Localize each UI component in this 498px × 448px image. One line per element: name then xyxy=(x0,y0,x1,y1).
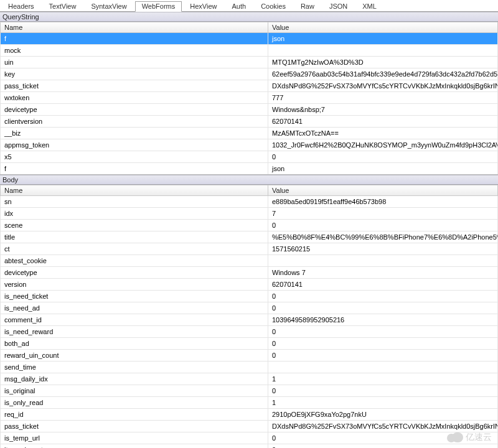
table-row[interactable]: clientversion62070141 xyxy=(1,116,498,128)
cell-name[interactable]: comment_id xyxy=(1,314,268,326)
cell-name[interactable]: version xyxy=(1,279,268,291)
cell-name[interactable]: uin xyxy=(1,57,268,68)
table-row[interactable]: comment_id1039649589952905216 xyxy=(1,314,498,326)
cell-value[interactable]: 777 xyxy=(268,92,498,104)
table-row[interactable]: is_original0 xyxy=(1,385,498,397)
table-row[interactable]: key62eef59a2976aab03c54b31af94bfc339e9ed… xyxy=(1,68,498,80)
table-row[interactable]: __bizMzA5MTcxOTczNA== xyxy=(1,128,498,139)
table-row[interactable]: is_temp_url0 xyxy=(1,432,498,444)
cell-name[interactable]: req_id xyxy=(1,409,268,421)
cell-name[interactable]: is_need_reward xyxy=(1,326,268,338)
cell-name[interactable]: devicetype xyxy=(1,267,268,279)
table-row[interactable]: abtest_cookie xyxy=(1,255,498,267)
tab-xml[interactable]: XML xyxy=(355,1,383,11)
cell-name[interactable]: is_only_read xyxy=(1,397,268,409)
tab-headers[interactable]: Headers xyxy=(1,1,41,11)
body-col-value[interactable]: Value xyxy=(268,185,498,196)
cell-value[interactable]: DXdsNPd8G%252FvSX73oMVYfCs5cYRTCvVKbKJzM… xyxy=(268,421,498,432)
cell-name[interactable]: ct xyxy=(1,243,268,255)
cell-name[interactable]: send_time xyxy=(1,362,268,373)
tab-textview[interactable]: TextView xyxy=(42,1,83,11)
cell-name[interactable]: is_original xyxy=(1,385,268,397)
cell-value[interactable]: e889ba5ed0919f5f1eaff9e46b573b98 xyxy=(268,196,498,208)
table-row[interactable]: pass_ticketDXdsNPd8G%252FvSX73oMVYfCs5cY… xyxy=(1,421,498,432)
table-row[interactable]: devicetypeWindows&nbsp;7 xyxy=(1,104,498,116)
cell-value[interactable]: 0 xyxy=(268,151,498,163)
table-row[interactable]: is_only_read1 xyxy=(1,397,498,409)
cell-value[interactable]: 0 xyxy=(268,338,498,350)
cell-name[interactable]: f xyxy=(1,163,268,175)
tab-webforms[interactable]: WebForms xyxy=(135,1,182,12)
cell-name[interactable]: key xyxy=(1,68,268,80)
cell-name[interactable]: devicetype xyxy=(1,104,268,116)
cell-value[interactable]: 1032_Jr0Fwcf6H2%2B0QZHuNK8OSYMOP_m3yynW0… xyxy=(268,139,498,151)
table-row[interactable]: is_need_reward0 xyxy=(1,326,498,338)
tab-json[interactable]: JSON xyxy=(322,1,354,11)
cell-name[interactable]: is_need_ticket xyxy=(1,291,268,302)
table-row[interactable]: is_need_ticket0 xyxy=(1,291,498,302)
cell-name[interactable]: pass_ticket xyxy=(1,80,268,92)
table-row[interactable]: uinMTQ1MTg2NzIwOA%3D%3D xyxy=(1,57,498,68)
cell-value[interactable]: MzA5MTcxOTczNA== xyxy=(268,128,498,139)
cell-name[interactable]: both_ad xyxy=(1,338,268,350)
table-row[interactable]: fjson xyxy=(1,33,498,45)
cell-value[interactable]: 1 xyxy=(268,397,498,409)
table-row[interactable]: item_show_type0 xyxy=(1,444,498,449)
table-row[interactable]: sne889ba5ed0919f5f1eaff9e46b573b98 xyxy=(1,196,498,208)
table-row[interactable]: req_id2910pOE9jXFG9xaYo2pg7nkU xyxy=(1,409,498,421)
cell-name[interactable]: appmsg_token xyxy=(1,139,268,151)
cell-name[interactable]: mock xyxy=(1,45,268,57)
cell-value[interactable]: 0 xyxy=(268,302,498,314)
table-row[interactable]: both_ad0 xyxy=(1,338,498,350)
table-row[interactable]: ct1571560215 xyxy=(1,243,498,255)
cell-value[interactable]: 1571560215 xyxy=(268,243,498,255)
table-row[interactable]: scene0 xyxy=(1,220,498,231)
tab-hexview[interactable]: HexView xyxy=(183,1,223,11)
cell-name[interactable]: abtest_cookie xyxy=(1,255,268,267)
cell-name[interactable]: x5 xyxy=(1,151,268,163)
cell-name[interactable]: pass_ticket xyxy=(1,421,268,432)
cell-value[interactable]: DXdsNPd8G%252FvSX73oMVYfCs5cYRTCvVKbKJzM… xyxy=(268,80,498,92)
querystring-col-value[interactable]: Value xyxy=(268,22,498,33)
table-row[interactable]: reward_uin_count0 xyxy=(1,350,498,362)
cell-value[interactable]: MTQ1MTg2NzIwOA%3D%3D xyxy=(268,57,498,68)
table-row[interactable]: is_need_ad0 xyxy=(1,302,498,314)
cell-value[interactable]: 1039649589952905216 xyxy=(268,314,498,326)
cell-name[interactable]: wxtoken xyxy=(1,92,268,104)
cell-value[interactable] xyxy=(268,45,498,57)
table-row[interactable]: wxtoken777 xyxy=(1,92,498,104)
cell-value[interactable]: 0 xyxy=(268,220,498,231)
table-row[interactable]: msg_daily_idx1 xyxy=(1,373,498,385)
table-row[interactable]: send_time xyxy=(1,362,498,373)
cell-name[interactable]: reward_uin_count xyxy=(1,350,268,362)
cell-value[interactable]: Windows&nbsp;7 xyxy=(268,104,498,116)
cell-name[interactable]: item_show_type xyxy=(1,444,268,449)
cell-value[interactable] xyxy=(268,255,498,267)
cell-value[interactable]: json xyxy=(268,33,498,45)
cell-value[interactable]: 62070141 xyxy=(268,116,498,128)
cell-value[interactable]: 0 xyxy=(268,385,498,397)
table-row[interactable]: pass_ticketDXdsNPd8G%252FvSX73oMVYfCs5cY… xyxy=(1,80,498,92)
cell-value[interactable]: 2910pOE9jXFG9xaYo2pg7nkU xyxy=(268,409,498,421)
querystring-col-name[interactable]: Name xyxy=(1,22,268,33)
tab-raw[interactable]: Raw xyxy=(294,1,321,11)
cell-name[interactable]: idx xyxy=(1,208,268,220)
tab-auth[interactable]: Auth xyxy=(225,1,253,11)
cell-value[interactable]: Windows 7 xyxy=(268,267,498,279)
cell-value[interactable]: 0 xyxy=(268,291,498,302)
cell-name[interactable]: is_temp_url xyxy=(1,432,268,444)
cell-value[interactable]: 0 xyxy=(268,350,498,362)
cell-value[interactable]: 0 xyxy=(268,432,498,444)
cell-name[interactable]: __biz xyxy=(1,128,268,139)
cell-value[interactable]: 7 xyxy=(268,208,498,220)
cell-value[interactable]: 1 xyxy=(268,373,498,385)
cell-value[interactable]: %E5%B0%8F%E4%BC%99%E6%8B%BFiPhone7%E6%8D… xyxy=(268,231,498,243)
cell-name[interactable]: f xyxy=(1,33,268,45)
body-col-name[interactable]: Name xyxy=(1,185,268,196)
tab-syntaxview[interactable]: SyntaxView xyxy=(84,1,133,11)
table-row[interactable]: idx7 xyxy=(1,208,498,220)
table-row[interactable]: version62070141 xyxy=(1,279,498,291)
cell-name[interactable]: is_need_ad xyxy=(1,302,268,314)
table-row[interactable]: appmsg_token1032_Jr0Fwcf6H2%2B0QZHuNK8OS… xyxy=(1,139,498,151)
cell-value[interactable]: 0 xyxy=(268,326,498,338)
